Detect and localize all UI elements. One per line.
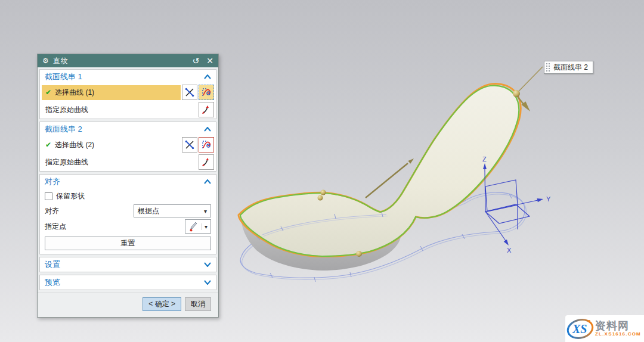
intersection-icon xyxy=(184,87,195,98)
collapse-chevron-icon[interactable] xyxy=(204,179,211,184)
collapse-chevron-icon[interactable] xyxy=(204,127,211,132)
reset-dialog-icon[interactable]: ↺ xyxy=(193,57,200,65)
drag-handle-icon xyxy=(546,63,551,72)
expand-chevron-icon[interactable] xyxy=(204,280,211,285)
alignment-dropdown-value: 根据点 xyxy=(138,206,204,216)
ruled-dialog: ⚙ 直纹 ↺ ✕ 截面线串 1 ✔ 选择曲线 (1) xyxy=(37,54,219,318)
section-string-2-title: 截面线串 2 xyxy=(45,124,204,135)
intersection-icon xyxy=(184,139,195,150)
origin-curve-2-label: 指定原始曲线 xyxy=(42,157,197,167)
dialog-titlebar[interactable]: ⚙ 直纹 ↺ ✕ xyxy=(38,54,218,67)
section-string-2-group: 截面线串 2 ✔ 选择曲线 (2) xyxy=(39,122,216,172)
preview-group: 预览 xyxy=(39,275,216,290)
origin-curve-1-label: 指定原始曲线 xyxy=(42,105,197,115)
alignment-header[interactable]: 对齐 xyxy=(40,175,216,189)
watermark-site-name: 资料网 xyxy=(595,321,641,332)
preview-title: 预览 xyxy=(45,277,204,288)
tag-label: 截面线串 2 xyxy=(553,63,588,73)
watermark-logo: XS 资料网 ZL.XS1616.COM xyxy=(565,315,644,342)
select-curve-2-label: 选择曲线 (2) xyxy=(55,140,94,150)
check-icon: ✔ xyxy=(45,88,51,97)
cancel-button[interactable]: 取消 xyxy=(185,297,211,311)
dropdown-caret-icon: ▾ xyxy=(201,223,210,230)
curve-rule-icon xyxy=(201,87,212,98)
settings-title: 设置 xyxy=(45,259,204,270)
z-axis-label: Z xyxy=(482,156,487,163)
y-axis-label: Y xyxy=(546,195,551,203)
expand-chevron-icon[interactable] xyxy=(204,262,211,267)
origin-curve-icon xyxy=(201,157,212,167)
close-icon[interactable]: ✕ xyxy=(206,57,213,65)
origin-curve-icon xyxy=(201,104,212,115)
specify-point-label: 指定点 xyxy=(45,222,185,232)
alignment-title: 对齐 xyxy=(45,176,204,187)
collapse-chevron-icon[interactable] xyxy=(204,74,211,79)
settings-header[interactable]: 设置 xyxy=(40,257,216,272)
stop-at-intersection-button[interactable] xyxy=(182,85,197,100)
point-picker-icon xyxy=(188,221,199,232)
xs-logo-text: XS xyxy=(572,322,587,335)
nx-graphics-window: Z Y X 截面线串 2 ⚙ 直纹 ↺ xyxy=(0,0,644,342)
curve-rule-icon xyxy=(201,139,212,150)
alignment-group: 对齐 保留形状 对齐 根据点 ▾ 指定点 xyxy=(39,174,216,254)
watermark-site-url: ZL.XS1616.COM xyxy=(595,332,641,337)
section-string-1-header[interactable]: 截面线串 1 xyxy=(40,70,216,84)
origin-curve-2-button[interactable] xyxy=(199,154,214,170)
preview-header[interactable]: 预览 xyxy=(40,275,216,290)
x-axis-arrow xyxy=(504,240,509,245)
specify-point-combo[interactable]: ▾ xyxy=(185,219,211,234)
dropdown-caret-icon: ▾ xyxy=(204,208,207,214)
preserve-shape-label: 保留形状 xyxy=(56,191,85,201)
select-curve-1-field[interactable]: ✔ 选择曲线 (1) xyxy=(42,85,181,100)
ok-button[interactable]: < 确定 > xyxy=(143,297,181,311)
xs-logo-icon: XS xyxy=(566,317,594,341)
dialog-footer: < 确定 > 取消 xyxy=(38,293,218,317)
tag-leader-line xyxy=(518,67,543,92)
section-string-1-group: 截面线串 1 ✔ 选择曲线 (1) xyxy=(39,69,216,119)
stop-at-intersection-button-2[interactable] xyxy=(182,137,197,153)
section-string-2-tag[interactable]: 截面线串 2 xyxy=(544,61,593,74)
settings-group: 设置 xyxy=(39,257,216,272)
select-curve-2-field[interactable]: ✔ 选择曲线 (2) xyxy=(42,138,181,153)
section-string-2-header[interactable]: 截面线串 2 xyxy=(40,122,216,136)
y-axis-arrow xyxy=(537,198,544,202)
x-axis-label: X xyxy=(507,247,512,254)
check-icon: ✔ xyxy=(45,141,51,149)
origin-curve-1-button[interactable] xyxy=(199,102,214,117)
preserve-shape-checkbox[interactable] xyxy=(45,192,52,200)
gear-icon: ⚙ xyxy=(42,57,49,65)
select-curve-1-label: 选择曲线 (1) xyxy=(55,88,94,98)
section-string-1-title: 截面线串 1 xyxy=(45,71,204,82)
reset-button[interactable]: 重置 xyxy=(45,237,211,250)
align-label: 对齐 xyxy=(45,206,134,216)
wcs-vertical-plane xyxy=(485,180,518,212)
curve-rule-button-1[interactable] xyxy=(199,85,214,100)
dialog-title: 直纹 xyxy=(53,56,185,66)
alignment-dropdown[interactable]: 根据点 ▾ xyxy=(134,204,211,217)
curve-rule-button-2[interactable] xyxy=(199,137,214,153)
